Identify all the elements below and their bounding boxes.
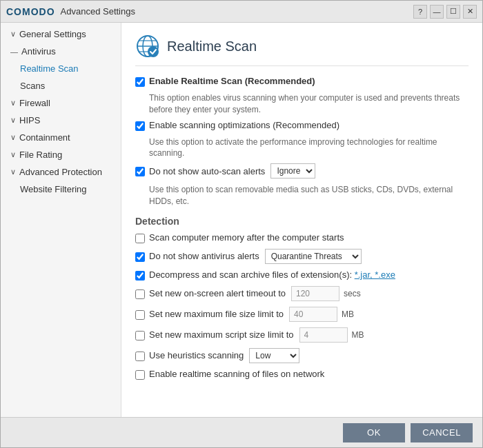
detection-section-title: Detection xyxy=(135,216,469,227)
chevron-down-icon2: ∨ xyxy=(10,167,16,176)
enable-optimizations-checkbox[interactable] xyxy=(135,121,145,131)
decompress-scan-label: Decompress and scan archive files of ext… xyxy=(149,269,355,280)
sidebar-item-file-rating[interactable]: ∨ File Rating xyxy=(1,146,121,163)
sidebar-item-website-filtering[interactable]: Website Filtering xyxy=(1,181,121,198)
main-window: COMODO Advanced Settings ? — ☐ ✕ ∨ Gener… xyxy=(0,0,483,448)
realtime-network-checkbox[interactable] xyxy=(135,370,145,380)
alert-timeout-label: Set new on-screen alert timeout to xyxy=(149,288,286,298)
minimize-button[interactable]: — xyxy=(430,5,444,19)
decompress-scan-link[interactable]: *.jar, *.exe xyxy=(355,269,395,280)
sidebar: ∨ General Settings — Antivirus Realtime … xyxy=(1,23,121,417)
footer: OK CANCEL xyxy=(1,417,482,447)
sidebar-label-containment: Containment xyxy=(19,132,70,143)
antivirus-alerts-dropdown[interactable]: Quarantine Threats Block Ignore xyxy=(265,249,362,264)
option-scan-memory: Scan computer memory after the computer … xyxy=(135,232,469,243)
realtime-scan-icon xyxy=(135,34,160,59)
max-script-size-checkbox[interactable] xyxy=(135,331,145,340)
alert-timeout-input[interactable] xyxy=(291,286,339,301)
sidebar-label-hips: HIPS xyxy=(19,115,40,125)
sidebar-label-firewall: Firewall xyxy=(19,98,50,108)
sidebar-item-hips[interactable]: ∨ HIPS xyxy=(1,112,121,129)
option-no-autoscan-alerts: Do not show auto-scan alerts Ignore Bloc… xyxy=(135,163,469,179)
option-decompress-scan: Decompress and scan archive files of ext… xyxy=(135,269,469,281)
autoscan-dropdown[interactable]: Ignore Block Allow xyxy=(270,163,315,179)
enable-optimizations-desc: Use this option to activate the performa… xyxy=(149,136,469,160)
sidebar-item-realtime-scan[interactable]: Realtime Scan xyxy=(1,60,121,77)
option-heuristics: Use heuristics scanning Low Medium High xyxy=(135,348,469,363)
heuristics-label: Use heuristics scanning xyxy=(149,350,244,360)
chevron-right-icon: ∨ xyxy=(10,99,16,108)
titlebar: COMODO Advanced Settings ? — ☐ ✕ xyxy=(1,1,482,23)
enable-optimizations-label: Enable scanning optimizations (Recommend… xyxy=(149,120,339,130)
app-logo: COMODO xyxy=(6,6,55,17)
alert-timeout-checkbox[interactable] xyxy=(135,289,145,299)
cancel-button[interactable]: CANCEL xyxy=(411,423,473,442)
ok-button[interactable]: OK xyxy=(343,423,405,442)
dash-icon: — xyxy=(10,48,18,56)
sidebar-label-general-settings: General Settings xyxy=(19,29,86,39)
alert-timeout-unit: secs xyxy=(344,289,361,298)
sidebar-label-advanced-protection: Advanced Protection xyxy=(19,167,102,177)
sidebar-item-antivirus[interactable]: — Antivirus xyxy=(1,43,121,60)
enable-realtime-label: Enable Realtime Scan (Recommended) xyxy=(149,76,315,86)
panel-title: Realtime Scan xyxy=(167,39,257,54)
sidebar-label-website-filtering: Website Filtering xyxy=(20,184,87,194)
max-file-size-label: Set new maximum file size limit to xyxy=(149,309,284,319)
sidebar-item-scans[interactable]: Scans xyxy=(1,77,121,94)
chevron-down-icon: ∨ xyxy=(10,30,16,39)
window-title: Advanced Settings xyxy=(61,6,413,17)
scan-memory-label: Scan computer memory after the computer … xyxy=(149,232,344,243)
option-max-file-size: Set new maximum file size limit to MB xyxy=(135,307,469,322)
no-autoscan-alerts-label: Do not show auto-scan alerts xyxy=(149,166,265,176)
content-area: ∨ General Settings — Antivirus Realtime … xyxy=(1,23,482,417)
realtime-network-label: Enable realtime scanning of files on net… xyxy=(149,369,324,379)
option-realtime-network: Enable realtime scanning of files on net… xyxy=(135,369,469,380)
chevron-right-icon2: ∨ xyxy=(10,116,16,125)
window-controls: ? — ☐ ✕ xyxy=(413,5,477,19)
sidebar-item-advanced-protection[interactable]: ∨ Advanced Protection xyxy=(1,163,121,181)
sidebar-label-realtime-scan: Realtime Scan xyxy=(20,63,79,74)
panel-header: Realtime Scan xyxy=(135,34,469,66)
no-antivirus-alerts-checkbox[interactable] xyxy=(135,252,145,262)
heuristics-dropdown[interactable]: Low Medium High xyxy=(249,348,299,363)
sidebar-label-file-rating: File Rating xyxy=(19,150,62,160)
max-file-size-checkbox[interactable] xyxy=(135,310,145,320)
sidebar-item-containment[interactable]: ∨ Containment xyxy=(1,129,121,146)
chevron-right-icon4: ∨ xyxy=(10,150,16,159)
max-script-size-unit: MB xyxy=(352,330,364,340)
main-panel: Realtime Scan Enable Realtime Scan (Reco… xyxy=(121,23,482,417)
option-enable-optimizations: Enable scanning optimizations (Recommend… xyxy=(135,120,469,131)
sidebar-item-general-settings[interactable]: ∨ General Settings xyxy=(1,26,121,43)
svg-point-5 xyxy=(148,46,159,57)
decompress-scan-checkbox[interactable] xyxy=(135,271,145,281)
max-script-size-label: Set new maximum script size limit to xyxy=(149,329,294,340)
max-script-size-input[interactable] xyxy=(299,327,348,343)
no-antivirus-alerts-label: Do not show antivirus alerts xyxy=(149,251,259,261)
heuristics-checkbox[interactable] xyxy=(135,352,145,361)
max-file-size-unit: MB xyxy=(342,309,354,319)
option-enable-realtime: Enable Realtime Scan (Recommended) xyxy=(135,76,469,87)
enable-realtime-checkbox[interactable] xyxy=(135,77,145,87)
maximize-button[interactable]: ☐ xyxy=(446,5,460,19)
help-button[interactable]: ? xyxy=(413,5,427,19)
max-file-size-input[interactable] xyxy=(289,307,337,322)
close-button[interactable]: ✕ xyxy=(463,5,477,19)
option-max-script-size: Set new maximum script size limit to MB xyxy=(135,327,469,343)
scan-memory-checkbox[interactable] xyxy=(135,234,145,243)
sidebar-label-antivirus: Antivirus xyxy=(21,46,56,57)
no-autoscan-alerts-checkbox[interactable] xyxy=(135,167,145,176)
sidebar-label-scans: Scans xyxy=(20,81,45,91)
option-alert-timeout: Set new on-screen alert timeout to secs xyxy=(135,286,469,301)
sidebar-item-firewall[interactable]: ∨ Firewall xyxy=(1,94,121,112)
no-autoscan-alerts-desc: Use this option to scan removable media … xyxy=(149,184,469,207)
chevron-right-icon3: ∨ xyxy=(10,133,16,142)
enable-realtime-desc: This option enables virus scanning when … xyxy=(149,92,469,116)
option-no-antivirus-alerts: Do not show antivirus alerts Quarantine … xyxy=(135,249,469,264)
